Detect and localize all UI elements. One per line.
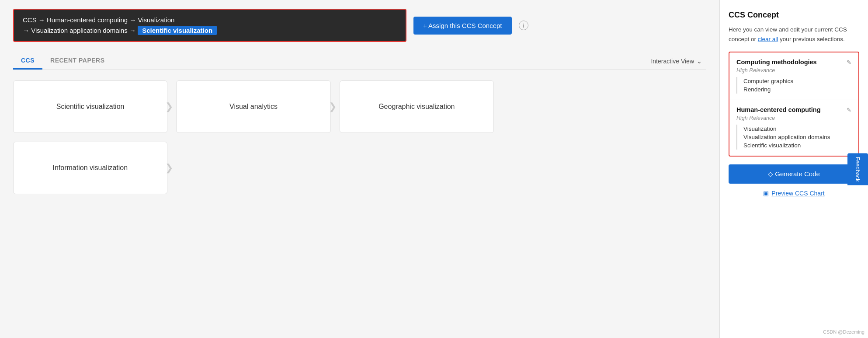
concept-section-computing: Computing methodologies ✎ High Relevance… <box>729 52 858 100</box>
concept-items-1: Computer graphics Rendering <box>736 77 851 94</box>
card-information-visualization[interactable]: Information visualization ❯ <box>13 142 167 194</box>
chart-icon: ▣ <box>763 190 769 197</box>
card-label-scientific: Scientific visualization <box>56 103 125 111</box>
arrow-right-icon-2: ❯ <box>329 101 337 112</box>
concept-relevance-1: High Relevance <box>736 67 851 73</box>
info-icon[interactable]: i <box>519 21 528 30</box>
concept-sections: Computing methodologies ✎ High Relevance… <box>729 52 859 157</box>
preview-link-label: Preview CCS Chart <box>771 190 824 197</box>
tab-ccs[interactable]: CCS <box>13 52 42 70</box>
card-label-visual-analytics: Visual analytics <box>229 103 278 111</box>
clear-all-link[interactable]: clear all <box>758 36 778 42</box>
card-row-2: Information visualization ❯ <box>13 142 494 194</box>
path-highlight: Scientific visualization <box>138 26 217 35</box>
card-geographic-visualization[interactable]: Geographic visualization <box>340 80 494 133</box>
sidebar-desc-end: your previous selections. <box>780 36 845 42</box>
tabs-left: CCS RECENT PAPERS <box>13 52 113 70</box>
path-bar: CCS → Human-centered computing → Visuali… <box>13 9 406 42</box>
card-row-1: Scientific visualization ❯ Visual analyt… <box>13 80 494 133</box>
card-visual-analytics[interactable]: Visual analytics ❯ <box>176 80 330 133</box>
main-content: CCS → Human-centered computing → Visuali… <box>0 0 719 338</box>
path-line1: CCS → Human-centered computing → Visuali… <box>23 16 174 24</box>
edit-icon-2[interactable]: ✎ <box>847 107 851 113</box>
sidebar: CCS Concept Here you can view and edit y… <box>719 0 868 338</box>
concept-section-human: Human-centered computing ✎ High Relevanc… <box>729 100 858 156</box>
tab-recent-papers[interactable]: RECENT PAPERS <box>42 52 112 70</box>
view-toggle[interactable]: Interactive View ⌄ <box>646 55 706 67</box>
preview-ccs-chart-link[interactable]: ▣ Preview CCS Chart <box>729 190 859 197</box>
sidebar-description: Here you can view and edit your current … <box>729 25 859 44</box>
concept-section-title-2: Human-centered computing <box>736 106 821 113</box>
concept-item-computer-graphics: Computer graphics <box>743 77 851 85</box>
edit-icon-1[interactable]: ✎ <box>847 59 851 66</box>
concept-item-visualization: Visualization <box>743 125 851 133</box>
concept-section-title-1: Computing methodologies <box>736 59 817 66</box>
card-scientific-visualization[interactable]: Scientific visualization ❯ <box>13 80 167 133</box>
feedback-label: Feedback <box>854 157 861 181</box>
generate-code-button[interactable]: ◇ Generate Code <box>729 164 859 184</box>
concept-items-2: Visualization Visualization application … <box>736 125 851 150</box>
view-toggle-label: Interactive View <box>651 58 694 65</box>
assign-concept-button[interactable]: + Assign this CCS Concept <box>413 17 512 35</box>
path-line2: → Visualization application domains → <box>23 27 136 34</box>
concept-item-rendering: Rendering <box>743 85 851 94</box>
arrow-right-icon: ❯ <box>165 101 173 112</box>
concept-section-header-1: Computing methodologies ✎ <box>736 59 851 66</box>
card-label-geographic: Geographic visualization <box>378 103 455 111</box>
concept-item-scientific-viz: Scientific visualization <box>743 141 851 150</box>
chevron-down-icon: ⌄ <box>697 58 702 65</box>
card-label-information: Information visualization <box>52 164 128 172</box>
tabs-row: CCS RECENT PAPERS Interactive View ⌄ <box>13 52 706 70</box>
concept-section-header-2: Human-centered computing ✎ <box>736 106 851 113</box>
concept-relevance-2: High Relevance <box>736 115 851 121</box>
path-bar-wrapper: CCS → Human-centered computing → Visuali… <box>13 9 706 42</box>
watermark: CSDN @Dezeming <box>823 329 865 335</box>
sidebar-title: CCS Concept <box>729 10 859 20</box>
concept-item-viz-app-domains: Visualization application domains <box>743 133 851 141</box>
feedback-tab[interactable]: Feedback <box>847 153 868 185</box>
arrow-right-icon-3: ❯ <box>165 162 173 174</box>
